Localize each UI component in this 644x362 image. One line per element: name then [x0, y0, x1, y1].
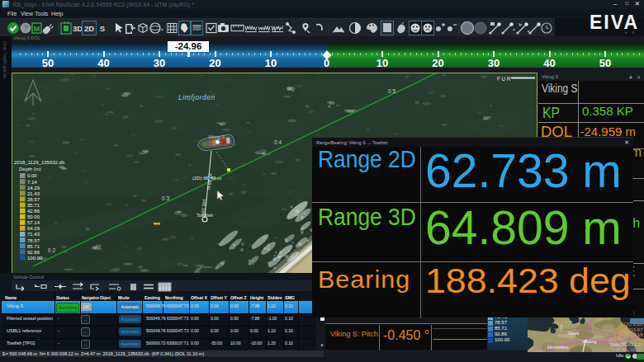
- svg-text:0.00: 0.00: [27, 173, 37, 178]
- svg-text:FUR: FUR: [497, 76, 512, 82]
- svg-text:?: ?: [23, 24, 28, 33]
- svg-text:92.86: 92.86: [27, 250, 40, 255]
- svg-text:2D: 2D: [84, 24, 94, 33]
- svg-text:4 36 04 - 155/55: 4 36 04 - 155/55: [613, 347, 643, 352]
- svg-text:21.43: 21.43: [27, 191, 40, 196]
- svg-text:0 2: 0 2: [48, 247, 55, 253]
- svg-text:Gre: Gre: [559, 324, 563, 331]
- svg-text:Viking S: Viking S: [208, 134, 225, 139]
- svg-text:35.71: 35.71: [27, 203, 40, 208]
- svg-text:M: M: [34, 25, 40, 33]
- svg-text:2018_1129_135632.db: 2018_1129_135632.db: [14, 160, 65, 165]
- svg-text:S: S: [100, 24, 105, 33]
- svg-text:Limfjorden: Limfjorden: [178, 93, 215, 101]
- svg-text:Holstebro: Holstebro: [547, 345, 569, 350]
- svg-text:71.43: 71.43: [27, 232, 40, 237]
- svg-text:0 3: 0 3: [162, 195, 169, 201]
- svg-text:78.57: 78.57: [27, 238, 40, 243]
- svg-text:42.86: 42.86: [27, 209, 40, 214]
- svg-text:0 5: 0 5: [388, 88, 395, 94]
- svg-text:85.71: 85.71: [27, 244, 40, 249]
- svg-text:50.00: 50.00: [27, 214, 40, 219]
- svg-text:64.29: 64.29: [27, 226, 40, 231]
- svg-text:28.57: 28.57: [27, 197, 40, 202]
- svg-text:7.14: 7.14: [27, 180, 37, 185]
- svg-text:Viborg: Viborg: [582, 339, 596, 344]
- svg-text:3D: 3D: [73, 24, 83, 33]
- svg-text:100.00: 100.00: [27, 256, 43, 261]
- svg-text:14.29: 14.29: [27, 186, 40, 190]
- svg-text:Depth (m): Depth (m): [19, 167, 41, 172]
- svg-text:57.14: 57.14: [27, 220, 40, 225]
- svg-text:Skive: Skive: [568, 331, 579, 336]
- svg-text:0 4: 0 4: [274, 139, 282, 145]
